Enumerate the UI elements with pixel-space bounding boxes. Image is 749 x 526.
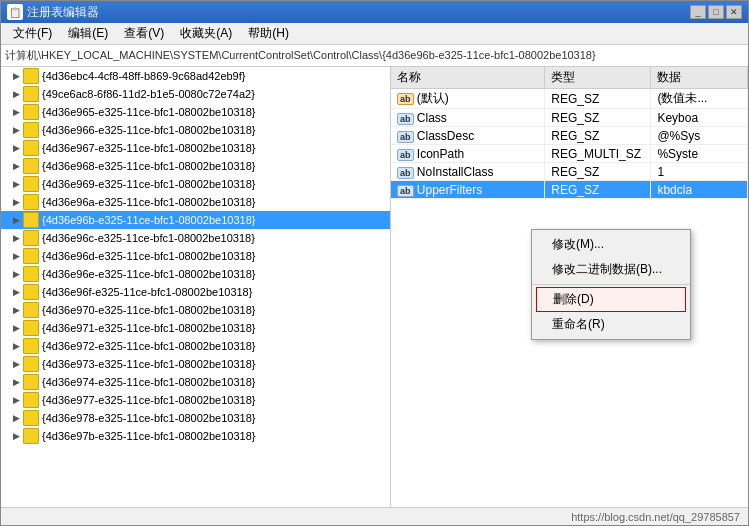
tree-item[interactable]: ▶{4d36e96b-e325-11ce-bfc1-08002be10318} [1,211,390,229]
tree-item[interactable]: ▶{4d36e965-e325-11ce-bfc1-08002be10318} [1,103,390,121]
folder-icon [23,212,39,228]
context-menu: 修改(M)... 修改二进制数据(B)... 删除(D) 重命名(R) [531,229,691,340]
reg-entry-data: Keyboa [651,109,748,127]
tree-arrow-icon: ▶ [9,357,23,371]
tree-arrow-icon: ▶ [9,321,23,335]
folder-icon [23,230,39,246]
ctx-rename[interactable]: 重命名(R) [532,312,690,337]
tree-item[interactable]: ▶{49ce6ac8-6f86-11d2-b1e5-0080c72e74a2} [1,85,390,103]
tree-item-label: {4d36e96f-e325-11ce-bfc1-08002be10318} [42,286,252,298]
tree-arrow-icon: ▶ [9,69,23,83]
ctx-delete[interactable]: 删除(D) [536,287,686,312]
menu-favorites[interactable]: 收藏夹(A) [172,23,240,44]
menu-file[interactable]: 文件(F) [5,23,60,44]
tree-item[interactable]: ▶{4d36e97b-e325-11ce-bfc1-08002be10318} [1,427,390,445]
folder-icon [23,338,39,354]
tree-item[interactable]: ▶{4d36e969-e325-11ce-bfc1-08002be10318} [1,175,390,193]
tree-item[interactable]: ▶{4d36e970-e325-11ce-bfc1-08002be10318} [1,301,390,319]
tree-item-label: {4d36e968-e325-11ce-bfc1-08002be10318} [42,160,255,172]
address-label: 计算机\HKEY_LOCAL_MACHINE\SYSTEM\CurrentCon… [5,48,596,63]
menu-edit[interactable]: 编辑(E) [60,23,116,44]
tree-arrow-icon: ▶ [9,195,23,209]
tree-item-label: {4d36e971-e325-11ce-bfc1-08002be10318} [42,322,255,334]
reg-entry-row[interactable]: ab NoInstallClassREG_SZ1 [391,163,748,181]
tree-item[interactable]: ▶{4d36e96d-e325-11ce-bfc1-08002be10318} [1,247,390,265]
minimize-button[interactable]: _ [690,5,706,19]
tree-item-label: {4d36e978-e325-11ce-bfc1-08002be10318} [42,412,255,424]
tree-item[interactable]: ▶{4d36e971-e325-11ce-bfc1-08002be10318} [1,319,390,337]
reg-entry-row[interactable]: ab ClassREG_SZKeyboa [391,109,748,127]
tree-item-label: {4d36e96c-e325-11ce-bfc1-08002be10318} [42,232,255,244]
folder-icon [23,122,39,138]
folder-icon [23,410,39,426]
window-title: 注册表编辑器 [27,4,99,21]
reg-entry-data: (数值未... [651,89,748,109]
folder-icon [23,302,39,318]
tree-item[interactable]: ▶{4d36e977-e325-11ce-bfc1-08002be10318} [1,391,390,409]
reg-entry-type: REG_SZ [545,89,651,109]
reg-entry-type: REG_SZ [545,109,651,127]
main-area: ▶{4d36ebc4-4cf8-48ff-b869-9c68ad42eb9f}▶… [1,67,748,507]
folder-icon [23,104,39,120]
address-bar: 计算机\HKEY_LOCAL_MACHINE\SYSTEM\CurrentCon… [1,45,748,67]
ctx-modify[interactable]: 修改(M)... [532,232,690,257]
tree-item-label: {4d36e973-e325-11ce-bfc1-08002be10318} [42,358,255,370]
reg-entry-data: %Syste [651,145,748,163]
folder-icon [23,158,39,174]
tree-item-label: {4d36e977-e325-11ce-bfc1-08002be10318} [42,394,255,406]
reg-entry-data: kbdcla [651,181,748,199]
maximize-button[interactable]: □ [708,5,724,19]
ctx-modify-binary[interactable]: 修改二进制数据(B)... [532,257,690,282]
reg-entry-name: ab ClassDesc [391,127,545,145]
reg-entry-row[interactable]: ab (默认)REG_SZ(数值未... [391,89,748,109]
tree-item[interactable]: ▶{4d36e967-e325-11ce-bfc1-08002be10318} [1,139,390,157]
status-bar: https://blog.csdn.net/qq_29785857 [1,507,748,525]
close-button[interactable]: ✕ [726,5,742,19]
ctx-separator [532,284,690,285]
tree-item[interactable]: ▶{4d36ebc4-4cf8-48ff-b869-9c68ad42eb9f} [1,67,390,85]
values-table: 名称 类型 数据 ab (默认)REG_SZ(数值未...ab ClassREG… [391,67,748,199]
registry-tree[interactable]: ▶{4d36ebc4-4cf8-48ff-b869-9c68ad42eb9f}▶… [1,67,391,507]
reg-entry-type: REG_SZ [545,163,651,181]
tree-item[interactable]: ▶{4d36e968-e325-11ce-bfc1-08002be10318} [1,157,390,175]
folder-icon [23,392,39,408]
tree-arrow-icon: ▶ [9,393,23,407]
reg-entry-row[interactable]: ab IconPathREG_MULTI_SZ%Syste [391,145,748,163]
folder-icon [23,68,39,84]
tree-item-label: {4d36e96d-e325-11ce-bfc1-08002be10318} [42,250,255,262]
tree-item-label: {4d36e96b-e325-11ce-bfc1-08002be10318} [42,214,255,226]
reg-entry-name: ab UpperFilters [391,181,545,199]
tree-item[interactable]: ▶{4d36e966-e325-11ce-bfc1-08002be10318} [1,121,390,139]
window-controls: _ □ ✕ [690,5,742,19]
tree-item[interactable]: ▶{4d36e978-e325-11ce-bfc1-08002be10318} [1,409,390,427]
tree-arrow-icon: ▶ [9,87,23,101]
tree-item[interactable]: ▶{4d36e974-e325-11ce-bfc1-08002be10318} [1,373,390,391]
tree-item-label: {4d36e972-e325-11ce-bfc1-08002be10318} [42,340,255,352]
app-icon: 📋 [7,4,23,20]
tree-arrow-icon: ▶ [9,159,23,173]
tree-arrow-icon: ▶ [9,411,23,425]
reg-entry-type: REG_MULTI_SZ [545,145,651,163]
menu-view[interactable]: 查看(V) [116,23,172,44]
tree-item[interactable]: ▶{4d36e972-e325-11ce-bfc1-08002be10318} [1,337,390,355]
window: 📋 注册表编辑器 _ □ ✕ 文件(F) 编辑(E) 查看(V) 收藏夹(A) … [0,0,749,526]
tree-item[interactable]: ▶{4d36e96e-e325-11ce-bfc1-08002be10318} [1,265,390,283]
tree-item[interactable]: ▶{4d36e96a-e325-11ce-bfc1-08002be10318} [1,193,390,211]
tree-arrow-icon: ▶ [9,177,23,191]
tree-item[interactable]: ▶{4d36e96c-e325-11ce-bfc1-08002be10318} [1,229,390,247]
folder-icon [23,374,39,390]
reg-entry-row[interactable]: ab ClassDescREG_SZ@%Sys [391,127,748,145]
folder-icon [23,284,39,300]
reg-entry-row[interactable]: ab UpperFiltersREG_SZkbdcla [391,181,748,199]
tree-item[interactable]: ▶{4d36e96f-e325-11ce-bfc1-08002be10318} [1,283,390,301]
folder-icon [23,86,39,102]
tree-item-label: {4d36e970-e325-11ce-bfc1-08002be10318} [42,304,255,316]
tree-arrow-icon: ▶ [9,141,23,155]
reg-entry-type: REG_SZ [545,127,651,145]
tree-item[interactable]: ▶{4d36e973-e325-11ce-bfc1-08002be10318} [1,355,390,373]
reg-entry-name: ab NoInstallClass [391,163,545,181]
tree-arrow-icon: ▶ [9,375,23,389]
folder-icon [23,320,39,336]
tree-arrow-icon: ▶ [9,303,23,317]
menu-help[interactable]: 帮助(H) [240,23,297,44]
